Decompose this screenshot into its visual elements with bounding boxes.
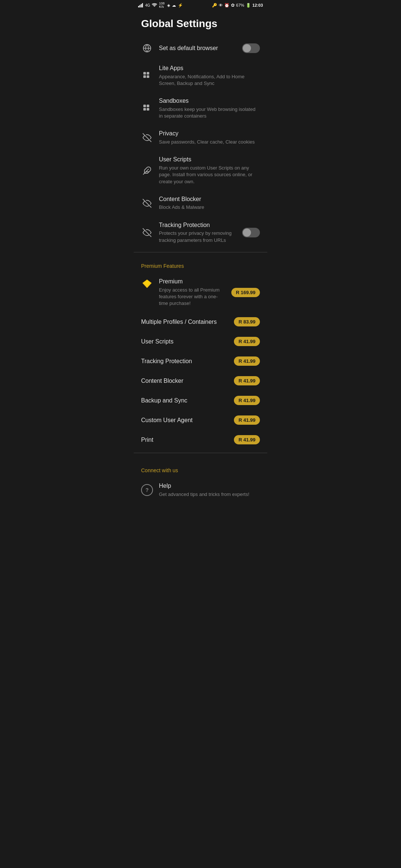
lite-apps-title: Lite Apps (159, 65, 260, 72)
data-speed: 108K/s (159, 2, 164, 9)
default-browser-title: Set as default browser (159, 45, 236, 52)
tracking-protection-feat-title: Tracking Protection (141, 358, 234, 365)
content-blocker-subtitle: Block Ads & Malware (159, 204, 260, 211)
settings-item-privacy[interactable]: Privacy Save passwords, Clear cache, Cle… (134, 125, 267, 151)
feature-item-multiple-profiles[interactable]: Multiple Profiles / Containers R 83.99 (134, 312, 267, 332)
multiple-profiles-price[interactable]: R 83.99 (234, 317, 260, 326)
settings-item-default-browser[interactable]: Set as default browser (134, 37, 267, 59)
user-scripts-title: User Scripts (159, 156, 260, 164)
svg-rect-2 (141, 4, 142, 7)
user-scripts-feat-title: User Scripts (141, 338, 234, 345)
feature-item-user-scripts[interactable]: User Scripts R 41.99 (134, 332, 267, 351)
privacy-content: Privacy Save passwords, Clear cache, Cle… (159, 130, 260, 145)
lite-apps-subtitle: Appearance, Notifications, Add to Home S… (159, 73, 260, 87)
sandboxes-title: Sandboxes (159, 97, 260, 105)
key-icon: 🔑 (212, 3, 217, 8)
settings-item-user-scripts[interactable]: User Scripts Run your own custom User Sc… (134, 151, 267, 190)
help-icon: ? (141, 484, 153, 496)
settings-item-content-blocker[interactable]: Content Blocker Block Ads & Malware (134, 190, 267, 216)
content-blocker-title: Content Blocker (159, 195, 260, 203)
backup-sync-price[interactable]: R 41.99 (234, 396, 260, 405)
eye-icon: 👁 (219, 3, 223, 7)
wifi-icon (152, 3, 157, 7)
battery-percent: 67% (236, 3, 244, 7)
svg-rect-5 (143, 72, 146, 75)
connect-section: Connect with us ? Help Get advanced tips… (134, 456, 267, 503)
feature-item-custom-user-agent[interactable]: Custom User Agent R 41.99 (134, 410, 267, 430)
svg-rect-1 (140, 5, 141, 8)
backup-sync-title: Backup and Sync (141, 397, 234, 404)
settings-list: Set as default browser Lite Apps Appeara… (134, 37, 267, 249)
section-divider (134, 252, 267, 253)
help-title: Help (159, 482, 260, 490)
tracking-protection-subtitle: Protects your privacy by removing tracki… (159, 230, 236, 243)
feature-item-tracking-protection[interactable]: Tracking Protection R 41.99 (134, 351, 267, 371)
sandboxes-icon (141, 102, 153, 114)
premium-title: Premium (159, 278, 225, 286)
default-browser-toggle[interactable] (242, 43, 260, 53)
user-scripts-content: User Scripts Run your own custom User Sc… (159, 156, 260, 185)
default-browser-content: Set as default browser (159, 45, 236, 52)
settings-item-lite-apps[interactable]: Lite Apps Appearance, Notifications, Add… (134, 59, 267, 92)
help-content: Help Get advanced tips and tricks from e… (159, 482, 260, 498)
page-title: Global Settings (134, 10, 267, 37)
lite-apps-content: Lite Apps Appearance, Notifications, Add… (159, 65, 260, 87)
connect-divider (134, 453, 267, 453)
svg-rect-0 (138, 6, 139, 7)
settings-item-sandboxes[interactable]: Sandboxes Sandboxes keep your Web browsi… (134, 92, 267, 125)
clock: 12:03 (252, 3, 263, 7)
status-right: 🔑 👁 ⏰ ✿ 67% 🔋 12:03 (212, 3, 263, 8)
svg-rect-3 (142, 3, 143, 8)
status-bar: 4G 108K/s ◈ ☁ ⚡ 🔑 👁 ⏰ ✿ 67% 🔋 12:03 (134, 0, 267, 10)
sandboxes-subtitle: Sandboxes keep your Web browsing isolate… (159, 106, 260, 119)
tracking-protection-feat-price[interactable]: R 41.99 (234, 356, 260, 366)
tracking-protection-content: Tracking Protection Protects your privac… (159, 221, 236, 244)
print-price[interactable]: R 41.99 (234, 435, 260, 444)
feature-item-content-blocker[interactable]: Content Blocker R 41.99 (134, 371, 267, 391)
user-scripts-feat-price[interactable]: R 41.99 (234, 337, 260, 346)
svg-rect-12 (147, 108, 149, 111)
svg-rect-9 (143, 105, 146, 107)
help-subtitle: Get advanced tips and tricks from expert… (159, 491, 260, 498)
network-label: 4G (145, 3, 150, 7)
premium-price[interactable]: R 169.99 (231, 288, 260, 297)
tracking-protection-title: Tracking Protection (159, 221, 236, 229)
privacy-icon (141, 132, 153, 144)
user-scripts-subtitle: Run your own custom User Scripts on any … (159, 165, 260, 185)
globe-icon (141, 42, 153, 54)
content-blocker-feat-title: Content Blocker (141, 378, 234, 384)
status-left: 4G 108K/s ◈ ☁ ⚡ (138, 2, 184, 9)
help-item[interactable]: ? Help Get advanced tips and tricks from… (134, 477, 267, 503)
battery-icon: 🔋 (246, 3, 251, 8)
settings-item-tracking-protection[interactable]: Tracking Protection Protects your privac… (134, 216, 267, 249)
premium-item[interactable]: Premium Enjoy access to all Premium feat… (134, 273, 267, 312)
sandboxes-content: Sandboxes Sandboxes keep your Web browsi… (159, 97, 260, 119)
svg-rect-11 (143, 108, 146, 111)
diamond-icon (141, 278, 153, 290)
connect-section-header: Connect with us (134, 460, 267, 477)
tracking-protection-icon (141, 227, 153, 239)
signal-icon (138, 3, 144, 7)
custom-user-agent-title: Custom User Agent (141, 417, 234, 424)
tracking-protection-toggle[interactable] (242, 228, 260, 237)
user-scripts-icon (141, 165, 153, 177)
svg-rect-10 (147, 105, 149, 107)
bluetooth-icon: ✿ (231, 3, 235, 8)
premium-content: Premium Enjoy access to all Premium feat… (159, 278, 225, 307)
feature-item-print[interactable]: Print R 41.99 (134, 430, 267, 450)
extra-icons: ◈ ☁ ⚡ (167, 3, 183, 8)
content-blocker-content: Content Blocker Block Ads & Malware (159, 195, 260, 211)
privacy-subtitle: Save passwords, Clear cache, Clear cooki… (159, 139, 260, 145)
svg-rect-8 (147, 75, 149, 78)
premium-features-section: Premium Features Premium Enjoy access to… (134, 256, 267, 450)
svg-rect-7 (143, 75, 146, 78)
privacy-title: Privacy (159, 130, 260, 138)
custom-user-agent-price[interactable]: R 41.99 (234, 415, 260, 425)
content-blocker-feat-price[interactable]: R 41.99 (234, 376, 260, 385)
premium-section-header: Premium Features (134, 256, 267, 273)
print-title: Print (141, 437, 234, 443)
svg-rect-6 (147, 72, 149, 75)
feature-item-backup-sync[interactable]: Backup and Sync R 41.99 (134, 391, 267, 410)
lite-apps-icon (141, 70, 153, 82)
multiple-profiles-title: Multiple Profiles / Containers (141, 319, 234, 325)
